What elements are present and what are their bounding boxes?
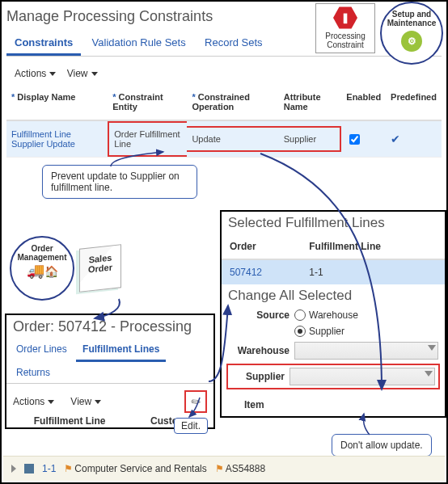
col-display-name[interactable]: * Display Name: [6, 87, 108, 120]
bottom-item: ⚑AS54888: [215, 463, 265, 474]
item-label: Item: [228, 399, 306, 410]
chevron-down-icon: [48, 400, 54, 404]
view-menu[interactable]: View: [67, 68, 98, 79]
cell-predefined: ✔: [386, 120, 442, 158]
radio-icon: [294, 326, 306, 337]
order-title: Order: 507412 - Processing: [6, 315, 213, 339]
chevron-down-icon: [49, 72, 56, 76]
warehouse-row: Warehouse: [222, 339, 445, 362]
order-actions-menu[interactable]: Actions: [13, 396, 54, 407]
sales-order-label: Sales Order: [80, 251, 120, 275]
col-constrained-operation[interactable]: * Constrained Operation: [187, 87, 278, 120]
warehouse-label: Warehouse: [228, 345, 290, 356]
table-row[interactable]: Fulfillment Line Supplier Update Order F…: [6, 120, 442, 158]
supplier-label: Supplier: [231, 371, 285, 382]
bottom-row[interactable]: 1-1 ⚑Computer Service and Rentals ⚑AS548…: [3, 456, 445, 481]
order-view-menu[interactable]: View: [70, 396, 101, 407]
cell-constraint-entity: Order Fulfillment Line: [108, 120, 187, 158]
col-attribute-name[interactable]: Attribute Name: [279, 87, 342, 120]
chevron-down-icon: [425, 371, 433, 377]
actions-label: Actions: [15, 68, 46, 79]
source-supplier-label: Supplier: [309, 326, 344, 337]
view-label: View: [67, 68, 88, 79]
gear-icon: ⚙: [401, 31, 422, 52]
source-warehouse-label: Warehouse: [309, 309, 358, 321]
flag-icon: ⚑: [64, 463, 73, 474]
col-enabled[interactable]: Enabled: [341, 87, 386, 120]
processing-constraint-label: Processing Constraint: [318, 32, 373, 49]
source-warehouse-radio[interactable]: Warehouse: [294, 309, 358, 321]
tab-order-lines[interactable]: Order Lines: [10, 339, 74, 360]
order-management-label: Order Management: [11, 244, 73, 262]
callout-dont-allow: Don't allow update.: [332, 434, 432, 457]
sales-order-card[interactable]: Sales Order: [79, 244, 121, 292]
item-row: Item: [222, 393, 445, 413]
col-constraint-entity[interactable]: * Constraint Entity: [108, 87, 187, 120]
edit-button[interactable]: ✎: [184, 390, 207, 413]
tab-returns[interactable]: Returns: [10, 362, 57, 383]
sfl-cell-order[interactable]: 507412: [222, 259, 301, 284]
cell-display-name[interactable]: Fulfillment Line Supplier Update: [6, 120, 108, 158]
bottom-customer: ⚑Computer Service and Rentals: [64, 463, 206, 474]
col-predefined[interactable]: Predefined: [386, 87, 442, 120]
radio-icon: [294, 309, 306, 321]
chevron-down-icon: [428, 345, 436, 351]
callout-prevent-update: Prevent update to Supplier on fulfillmen…: [42, 165, 197, 199]
selected-fulfillment-lines-panel: Selected Fulfillment Lines Order Fulfill…: [220, 210, 446, 418]
cell-constrained-operation: Update: [187, 120, 278, 158]
row-icon: [24, 464, 34, 473]
source-label: Source: [228, 309, 290, 321]
sfl-row[interactable]: 507412 1-1: [222, 259, 445, 284]
supplier-select[interactable]: [290, 368, 435, 385]
tab-fulfillment-lines[interactable]: Fulfillment Lines: [76, 339, 166, 362]
warehouse-select[interactable]: [294, 342, 438, 360]
page-title: Manage Processing Constraints: [6, 8, 442, 25]
flag-icon: ⚑: [215, 463, 224, 474]
actions-menu[interactable]: Actions: [15, 68, 56, 79]
enabled-checkbox[interactable]: [349, 134, 360, 145]
order-col-fline[interactable]: Fulfillment Line: [6, 415, 133, 427]
chevron-down-icon: [95, 400, 101, 404]
pencil-icon: ✎: [188, 394, 203, 410]
tab-validation-rule-sets[interactable]: Validation Rule Sets: [84, 32, 194, 53]
processing-constraint-badge: ❚ Processing Constraint: [315, 3, 375, 53]
cell-enabled[interactable]: [341, 120, 386, 158]
order-panel: Order: 507412 - Processing Order Lines F…: [5, 314, 215, 429]
change-all-selected-title: Change All Selected: [222, 284, 445, 307]
source-row: Source Warehouse: [222, 307, 445, 323]
chevron-down-icon: [91, 72, 98, 76]
setup-maintenance-badge[interactable]: Setup and Maintenance ⚙: [380, 2, 443, 65]
order-view-label: View: [70, 396, 91, 407]
callout-edit: Edit.: [174, 418, 208, 434]
source-supplier-radio[interactable]: Supplier: [294, 326, 344, 337]
order-management-badge[interactable]: Order Management 🚚🏠: [10, 236, 74, 301]
top-tabs: Constraints Validation Rule Sets Record …: [6, 32, 442, 57]
cell-attribute-name: Supplier: [279, 120, 342, 158]
setup-maintenance-label: Setup and Maintenance: [382, 10, 442, 27]
constraints-table: * Display Name * Constraint Entity * Con…: [6, 87, 442, 158]
sfl-col-order[interactable]: Order: [222, 234, 301, 259]
stop-icon: ❚: [333, 6, 357, 30]
order-actions-label: Actions: [13, 396, 44, 407]
bottom-fline[interactable]: 1-1: [42, 463, 56, 474]
check-icon: ✔: [391, 133, 400, 145]
sfl-col-fline[interactable]: Fulfillment Line: [301, 234, 445, 259]
tab-constraints[interactable]: Constraints: [6, 32, 81, 56]
supplier-row: Supplier: [226, 364, 440, 389]
tab-record-sets[interactable]: Record Sets: [197, 32, 271, 53]
sfl-cell-fline: 1-1: [301, 259, 445, 284]
order-management-icon: 🚚🏠: [11, 263, 73, 278]
sfl-title: Selected Fulfillment Lines: [222, 212, 445, 234]
order-tabs: Order Lines Fulfillment Lines Returns: [6, 339, 213, 384]
source-row-2: Supplier: [222, 323, 445, 339]
expand-icon[interactable]: [11, 465, 16, 473]
sfl-table: Order Fulfillment Line 507412 1-1: [222, 234, 445, 284]
